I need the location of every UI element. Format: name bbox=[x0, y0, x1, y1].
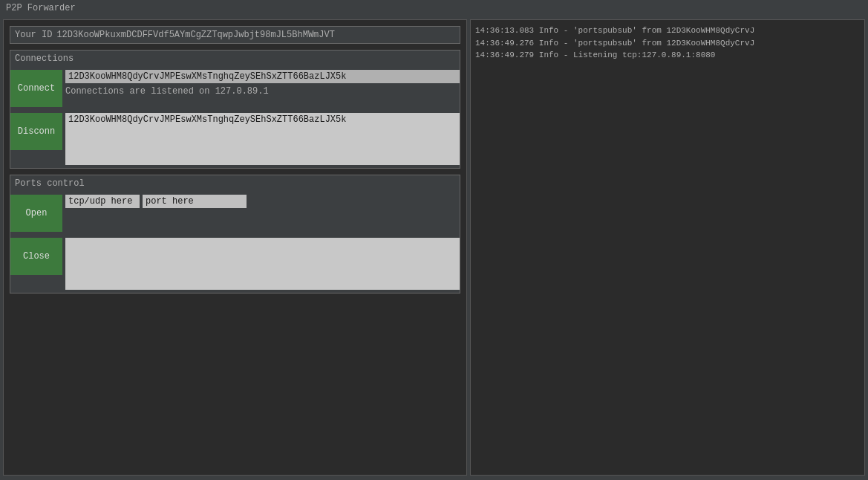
connections-title: Connections bbox=[10, 51, 460, 67]
open-button[interactable]: Open bbox=[10, 195, 62, 232]
your-id-input[interactable] bbox=[56, 30, 455, 40]
log-container: 14:36:13.083 Info - 'portspubsub' from 1… bbox=[475, 25, 860, 62]
close-list-container bbox=[65, 238, 460, 293]
port-input[interactable] bbox=[143, 195, 247, 208]
open-row: Open bbox=[10, 195, 460, 232]
title-bar: P2P Forwarder bbox=[0, 0, 868, 16]
close-textarea[interactable] bbox=[65, 238, 460, 290]
log-line: 14:36:49.276 Info - 'portspubsub' from 1… bbox=[475, 37, 860, 50]
port-inputs bbox=[65, 195, 460, 208]
connections-section: Connections Connect Connections are list… bbox=[10, 50, 460, 169]
protocol-input[interactable] bbox=[65, 195, 140, 208]
disconnect-textarea[interactable] bbox=[65, 113, 460, 165]
log-line: 14:36:49.279 Info - Listening tcp:127.0.… bbox=[475, 49, 860, 62]
disconnect-list-container bbox=[65, 113, 460, 168]
left-panel: Your ID Connections Connect Connections … bbox=[3, 19, 467, 476]
disconnect-button[interactable]: Disconn bbox=[10, 113, 62, 150]
connect-button[interactable]: Connect bbox=[10, 70, 62, 107]
connect-row: Connect Connections are listened on 127.… bbox=[10, 70, 460, 107]
connect-input-area: Connections are listened on 127.0.89.1 bbox=[65, 70, 460, 98]
app-title: P2P Forwarder bbox=[6, 3, 76, 13]
disconnect-row: Disconn bbox=[10, 113, 460, 168]
ports-section: Ports control Open Close bbox=[10, 175, 460, 293]
connection-info: Connections are listened on 127.0.89.1 bbox=[65, 85, 460, 98]
main-layout: Your ID Connections Connect Connections … bbox=[0, 16, 868, 479]
your-id-section: Your ID bbox=[10, 26, 460, 44]
close-button[interactable]: Close bbox=[10, 238, 62, 275]
open-input-area bbox=[65, 195, 460, 208]
your-id-label: Your ID bbox=[15, 30, 52, 40]
ports-title: Ports control bbox=[10, 175, 460, 192]
close-row: Close bbox=[10, 238, 460, 293]
connect-input[interactable] bbox=[65, 70, 460, 83]
log-line: 14:36:13.083 Info - 'portspubsub' from 1… bbox=[475, 25, 860, 37]
log-panel: 14:36:13.083 Info - 'portspubsub' from 1… bbox=[470, 19, 865, 476]
